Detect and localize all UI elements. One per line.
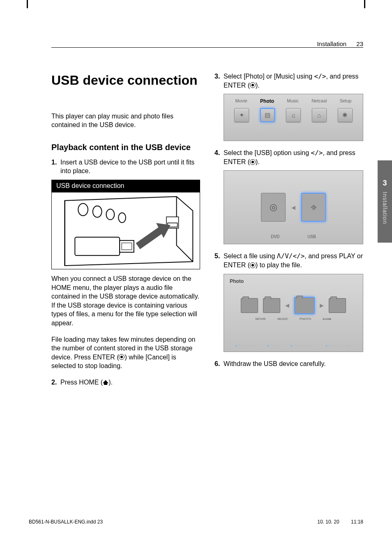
menu-setup: Setup — [340, 98, 352, 104]
menu-netcast: Netcast — [311, 98, 327, 104]
diagram-caption: USB device connection — [51, 180, 200, 192]
step-number: 1. — [51, 158, 60, 176]
chapter-label: Installation — [382, 192, 388, 224]
header-section: Installation — [317, 40, 346, 47]
usb-connection-diagram — [51, 192, 200, 269]
nav-all-directions-icon: Λ/V/</> — [277, 252, 304, 260]
footer-filename: BD561-N-BUSALLK-ENG.indd 23 — [29, 519, 103, 525]
menu-icon: ♫ — [286, 108, 301, 122]
device-label-usb: USB — [307, 234, 316, 239]
menu-icon: ✺ — [338, 108, 353, 122]
chevron-left-icon: ◀ — [291, 204, 295, 211]
file-browser-screenshot: Photo ◀ ▶ MOVIE MUSIC PHOTO kodak — [224, 274, 363, 352]
home-icon — [103, 381, 108, 384]
svg-point-1 — [93, 206, 102, 218]
nav-left-right-icon: </> — [314, 72, 326, 80]
step-text: Insert a USB device to the USB port unti… — [60, 158, 200, 176]
action-menu: Menu — [267, 344, 278, 347]
action-devicechange: Device Change — [326, 344, 351, 347]
step-text: Withdraw the USB device carefully. — [224, 359, 363, 368]
step-5: 5. Select a file using Λ/V/</>, and pres… — [214, 252, 363, 269]
device-label-dvd: DVD — [271, 234, 279, 239]
folder-label: MOVIE — [255, 317, 266, 321]
home-menu-screenshot: Movie Photo Music Netcast Setup ✦ ▤ ♫ ⌂ … — [224, 94, 363, 141]
action-slideshow: Slide Show — [236, 344, 255, 347]
step-number: 2. — [51, 378, 60, 387]
footer-time: 11:18 — [351, 519, 363, 525]
step-3: 3. Select [Photo] or [Music] using </>, … — [214, 72, 363, 90]
step-text: Select the [USB] option using </>, and p… — [224, 148, 363, 166]
step-4: 4. Select the [USB] option using </>, an… — [214, 148, 363, 166]
step-2: 2. Press HOME (). — [51, 378, 200, 387]
page-header: Installation 23 — [317, 40, 363, 47]
enter-icon — [250, 262, 256, 268]
menu-icon: ▤ — [260, 108, 275, 122]
svg-point-0 — [78, 204, 88, 216]
folder-label: kodak — [323, 317, 331, 321]
step-number: 4. — [214, 148, 224, 166]
folder-icon — [294, 297, 315, 314]
folder-label: MUSIC — [277, 317, 288, 321]
side-chapter-tab: 3 Installation — [378, 160, 392, 243]
body-paragraph-1: When you connect a USB storage device on… — [51, 274, 200, 328]
header-page-number: 23 — [356, 40, 363, 47]
enter-icon — [250, 82, 256, 88]
step-number: 3. — [214, 72, 224, 90]
subheading: Playback content in the USB device — [51, 142, 200, 153]
page-footer: BD561-N-BUSALLK-ENG.indd 23 10. 10. 20 1… — [29, 519, 363, 525]
step-number: 6. — [214, 359, 224, 368]
enter-icon — [250, 159, 256, 165]
intro-text: This player can play music and photo fil… — [51, 112, 200, 130]
browser-title: Photo — [230, 278, 244, 284]
menu-icon: ⌂ — [312, 108, 327, 122]
action-viewchange: View Change — [291, 344, 313, 347]
folder-label: PHOTO — [300, 317, 311, 321]
device-dvd-icon: ◎ — [261, 193, 286, 222]
header-rule — [51, 47, 363, 48]
device-select-screenshot: ◎ ◀ ⎆ DVD USB — [224, 170, 363, 244]
footer-date: 10. 10. 20 — [317, 519, 339, 525]
chevron-left-icon: ◀ — [285, 302, 289, 308]
svg-point-2 — [106, 209, 115, 220]
svg-point-3 — [118, 213, 126, 222]
chevron-right-icon: ▶ — [320, 302, 324, 308]
step-6: 6. Withdraw the USB device carefully. — [214, 359, 363, 368]
folder-icon — [241, 298, 258, 313]
step-text: Press HOME (). — [60, 378, 200, 387]
menu-music: Music — [287, 98, 299, 104]
step-text: Select [Photo] or [Music] using </>, and… — [224, 72, 363, 90]
nav-left-right-icon: </> — [311, 149, 323, 157]
body-paragraph-2: File loading may takes few minutes depen… — [51, 335, 200, 371]
enter-icon — [119, 354, 125, 360]
svg-rect-6 — [75, 237, 120, 256]
menu-photo: Photo — [260, 98, 274, 104]
step-text: Select a file using Λ/V/</>, and press P… — [224, 252, 363, 269]
device-usb-icon: ⎆ — [301, 193, 326, 222]
page-title: USB device connection — [51, 72, 200, 89]
menu-movie: Movie — [235, 98, 247, 104]
chapter-number: 3 — [383, 179, 387, 188]
step-1: 1. Insert a USB device to the USB port u… — [51, 158, 200, 176]
folder-icon — [329, 298, 346, 313]
folder-icon — [263, 298, 280, 313]
menu-icon: ✦ — [234, 108, 249, 122]
step-number: 5. — [214, 252, 224, 269]
